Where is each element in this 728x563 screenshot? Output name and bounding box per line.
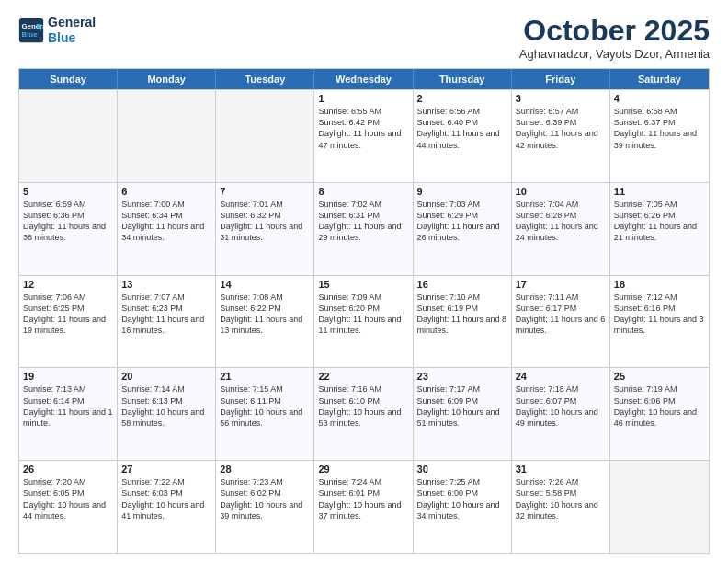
day-info: Sunrise: 7:12 AM Sunset: 6:16 PM Dayligh… (614, 292, 705, 337)
day-info: Sunrise: 7:06 AM Sunset: 6:25 PM Dayligh… (23, 292, 113, 337)
calendar-row-0: 1Sunrise: 6:55 AM Sunset: 6:42 PM Daylig… (19, 89, 709, 182)
day-info: Sunrise: 7:03 AM Sunset: 6:29 PM Dayligh… (417, 199, 507, 244)
day-info: Sunrise: 7:24 AM Sunset: 6:01 PM Dayligh… (318, 477, 408, 522)
header-day-friday: Friday (512, 69, 610, 89)
day-info: Sunrise: 7:02 AM Sunset: 6:31 PM Dayligh… (318, 199, 408, 244)
day-cell-3: 3Sunrise: 6:57 AM Sunset: 6:39 PM Daylig… (512, 90, 610, 182)
calendar-row-4: 26Sunrise: 7:20 AM Sunset: 6:05 PM Dayli… (19, 460, 709, 553)
day-cell-4: 4Sunrise: 6:58 AM Sunset: 6:37 PM Daylig… (610, 90, 709, 182)
day-cell-16: 16Sunrise: 7:10 AM Sunset: 6:19 PM Dayli… (414, 276, 512, 368)
day-cell-12: 12Sunrise: 7:06 AM Sunset: 6:25 PM Dayli… (19, 276, 118, 368)
calendar-row-3: 19Sunrise: 7:13 AM Sunset: 6:14 PM Dayli… (19, 367, 709, 460)
day-info: Sunrise: 7:10 AM Sunset: 6:19 PM Dayligh… (417, 292, 507, 337)
day-number: 8 (318, 186, 408, 197)
empty-cell (19, 90, 118, 182)
day-number: 23 (417, 371, 507, 382)
day-number: 5 (23, 186, 113, 197)
day-cell-17: 17Sunrise: 7:11 AM Sunset: 6:17 PM Dayli… (512, 276, 610, 368)
day-info: Sunrise: 7:00 AM Sunset: 6:34 PM Dayligh… (121, 199, 211, 244)
day-cell-22: 22Sunrise: 7:16 AM Sunset: 6:10 PM Dayli… (314, 368, 413, 460)
day-number: 20 (121, 371, 211, 382)
day-number: 13 (121, 279, 211, 290)
day-cell-30: 30Sunrise: 7:25 AM Sunset: 6:00 PM Dayli… (414, 461, 512, 553)
day-number: 22 (318, 371, 408, 382)
day-info: Sunrise: 7:15 AM Sunset: 6:11 PM Dayligh… (220, 384, 310, 429)
calendar-body: 1Sunrise: 6:55 AM Sunset: 6:42 PM Daylig… (19, 89, 709, 553)
svg-text:Blue: Blue (22, 30, 39, 39)
day-cell-25: 25Sunrise: 7:19 AM Sunset: 6:06 PM Dayli… (610, 368, 709, 460)
day-info: Sunrise: 7:25 AM Sunset: 6:00 PM Dayligh… (417, 477, 507, 522)
day-number: 7 (220, 186, 310, 197)
day-info: Sunrise: 7:23 AM Sunset: 6:02 PM Dayligh… (220, 477, 310, 522)
day-number: 2 (417, 93, 507, 104)
day-number: 10 (516, 186, 606, 197)
day-number: 17 (516, 279, 606, 290)
day-cell-20: 20Sunrise: 7:14 AM Sunset: 6:13 PM Dayli… (118, 368, 216, 460)
day-number: 1 (318, 93, 408, 104)
day-number: 21 (220, 371, 310, 382)
page: General Blue General Blue October 2025 A… (0, 0, 728, 563)
day-info: Sunrise: 7:11 AM Sunset: 6:17 PM Dayligh… (516, 292, 606, 337)
day-cell-28: 28Sunrise: 7:23 AM Sunset: 6:02 PM Dayli… (216, 461, 314, 553)
day-number: 16 (417, 279, 507, 290)
header-day-monday: Monday (118, 69, 216, 89)
day-number: 18 (614, 279, 705, 290)
day-cell-13: 13Sunrise: 7:07 AM Sunset: 6:23 PM Dayli… (118, 276, 216, 368)
day-number: 11 (614, 186, 705, 197)
day-number: 4 (614, 93, 705, 104)
day-cell-7: 7Sunrise: 7:01 AM Sunset: 6:32 PM Daylig… (216, 183, 314, 275)
title-block: October 2025 Aghavnadzor, Vayots Dzor, A… (519, 15, 710, 61)
header: General Blue General Blue October 2025 A… (18, 15, 710, 61)
day-info: Sunrise: 7:14 AM Sunset: 6:13 PM Dayligh… (121, 384, 211, 429)
day-info: Sunrise: 7:05 AM Sunset: 6:26 PM Dayligh… (614, 199, 705, 244)
day-info: Sunrise: 7:09 AM Sunset: 6:20 PM Dayligh… (318, 292, 408, 337)
day-cell-10: 10Sunrise: 7:04 AM Sunset: 6:28 PM Dayli… (512, 183, 610, 275)
empty-cell (216, 90, 314, 182)
header-day-wednesday: Wednesday (314, 69, 413, 89)
day-number: 6 (121, 186, 211, 197)
day-cell-5: 5Sunrise: 6:59 AM Sunset: 6:36 PM Daylig… (19, 183, 118, 275)
day-info: Sunrise: 7:01 AM Sunset: 6:32 PM Dayligh… (220, 199, 310, 244)
day-number: 30 (417, 464, 507, 475)
day-number: 29 (318, 464, 408, 475)
day-number: 28 (220, 464, 310, 475)
day-cell-29: 29Sunrise: 7:24 AM Sunset: 6:01 PM Dayli… (314, 461, 413, 553)
day-number: 24 (516, 371, 606, 382)
day-info: Sunrise: 7:13 AM Sunset: 6:14 PM Dayligh… (23, 384, 113, 429)
calendar-header: SundayMondayTuesdayWednesdayThursdayFrid… (19, 69, 709, 89)
day-info: Sunrise: 7:19 AM Sunset: 6:06 PM Dayligh… (614, 384, 705, 429)
day-number: 3 (516, 93, 606, 104)
day-number: 9 (417, 186, 507, 197)
day-number: 19 (23, 371, 113, 382)
header-day-thursday: Thursday (414, 69, 512, 89)
day-cell-26: 26Sunrise: 7:20 AM Sunset: 6:05 PM Dayli… (19, 461, 118, 553)
day-cell-11: 11Sunrise: 7:05 AM Sunset: 6:26 PM Dayli… (610, 183, 709, 275)
day-info: Sunrise: 7:22 AM Sunset: 6:03 PM Dayligh… (121, 477, 211, 522)
day-info: Sunrise: 7:16 AM Sunset: 6:10 PM Dayligh… (318, 384, 408, 429)
day-info: Sunrise: 6:58 AM Sunset: 6:37 PM Dayligh… (614, 106, 705, 151)
day-info: Sunrise: 7:18 AM Sunset: 6:07 PM Dayligh… (516, 384, 606, 429)
day-info: Sunrise: 6:56 AM Sunset: 6:40 PM Dayligh… (417, 106, 507, 151)
day-number: 31 (516, 464, 606, 475)
calendar: SundayMondayTuesdayWednesdayThursdayFrid… (18, 68, 710, 554)
header-day-sunday: Sunday (19, 69, 118, 89)
calendar-row-1: 5Sunrise: 6:59 AM Sunset: 6:36 PM Daylig… (19, 182, 709, 275)
day-info: Sunrise: 6:59 AM Sunset: 6:36 PM Dayligh… (23, 199, 113, 244)
day-number: 15 (318, 279, 408, 290)
day-info: Sunrise: 7:04 AM Sunset: 6:28 PM Dayligh… (516, 199, 606, 244)
header-day-saturday: Saturday (610, 69, 709, 89)
day-cell-21: 21Sunrise: 7:15 AM Sunset: 6:11 PM Dayli… (216, 368, 314, 460)
day-info: Sunrise: 7:17 AM Sunset: 6:09 PM Dayligh… (417, 384, 507, 429)
day-cell-19: 19Sunrise: 7:13 AM Sunset: 6:14 PM Dayli… (19, 368, 118, 460)
empty-cell (118, 90, 216, 182)
month-title: October 2025 (519, 15, 710, 47)
day-cell-1: 1Sunrise: 6:55 AM Sunset: 6:42 PM Daylig… (314, 90, 413, 182)
day-number: 14 (220, 279, 310, 290)
day-number: 25 (614, 371, 705, 382)
day-cell-15: 15Sunrise: 7:09 AM Sunset: 6:20 PM Dayli… (314, 276, 413, 368)
header-day-tuesday: Tuesday (216, 69, 314, 89)
day-cell-24: 24Sunrise: 7:18 AM Sunset: 6:07 PM Dayli… (512, 368, 610, 460)
day-info: Sunrise: 7:20 AM Sunset: 6:05 PM Dayligh… (23, 477, 113, 522)
empty-cell (610, 461, 709, 553)
day-number: 26 (23, 464, 113, 475)
